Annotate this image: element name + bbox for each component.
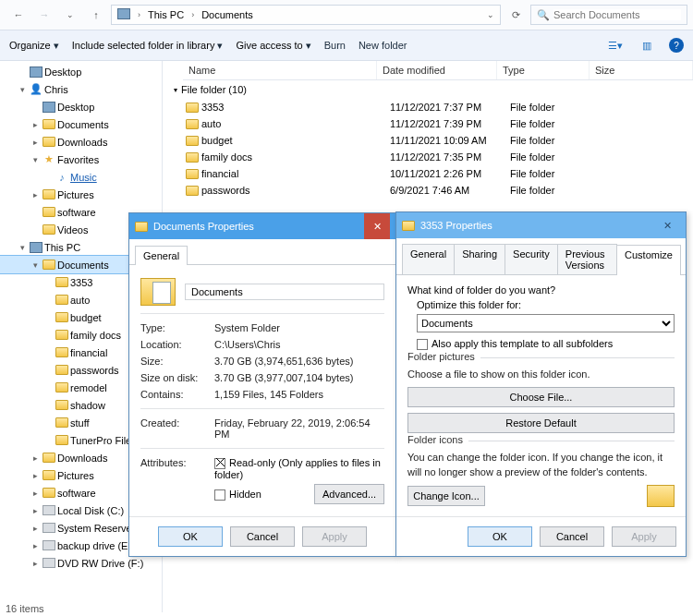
cancel-button[interactable]: Cancel bbox=[230, 526, 295, 547]
file-row[interactable]: auto11/12/2021 7:39 PMFile folder bbox=[183, 115, 693, 132]
item-icon: ♪ bbox=[54, 172, 70, 183]
tab-security[interactable]: Security bbox=[505, 244, 558, 274]
file-row[interactable]: passwords6/9/2021 7:46 AMFile folder bbox=[183, 182, 693, 199]
ok-button[interactable]: OK bbox=[158, 526, 223, 547]
expand-icon[interactable]: ▸ bbox=[30, 471, 41, 480]
history-dropdown-icon[interactable]: ⌄ bbox=[483, 8, 498, 21]
expand-icon[interactable]: ▸ bbox=[30, 524, 41, 533]
view-options-icon[interactable]: ☰▾ bbox=[606, 36, 625, 54]
column-date[interactable]: Date modified bbox=[377, 61, 497, 79]
dialog-title: Documents Properties bbox=[153, 221, 364, 232]
file-row[interactable]: budget11/11/2021 10:09 AMFile folder bbox=[183, 132, 693, 149]
tree-item-label: Videos bbox=[57, 224, 88, 236]
file-name: auto bbox=[201, 118, 390, 129]
breadcrumb-segment[interactable]: Documents bbox=[198, 7, 257, 22]
status-bar: 16 items bbox=[0, 601, 50, 616]
advanced-button[interactable]: Advanced... bbox=[314, 484, 384, 504]
file-name: family docs bbox=[201, 151, 390, 163]
up-button[interactable]: ↑ bbox=[85, 3, 107, 27]
expand-icon[interactable]: ▸ bbox=[30, 559, 41, 568]
file-row[interactable]: financial10/11/2021 2:26 PMFile folder bbox=[183, 165, 693, 182]
item-icon bbox=[41, 119, 57, 129]
give-access-menu[interactable]: Give access to ▾ bbox=[236, 40, 310, 52]
tree-item-label: auto bbox=[70, 295, 90, 306]
expand-icon[interactable]: ▸ bbox=[30, 453, 41, 463]
column-size[interactable]: Size bbox=[590, 61, 693, 79]
expand-icon[interactable]: ▸ bbox=[30, 541, 41, 550]
expand-icon[interactable]: ▸ bbox=[30, 190, 41, 199]
tab-sharing[interactable]: Sharing bbox=[454, 244, 505, 274]
organize-menu[interactable]: Organize ▾ bbox=[9, 40, 59, 52]
refresh-button[interactable]: ⟳ bbox=[505, 3, 527, 27]
forward-button[interactable]: → bbox=[33, 3, 55, 27]
burn-button[interactable]: Burn bbox=[324, 40, 346, 51]
change-icon-button[interactable]: Change Icon... bbox=[407, 486, 485, 506]
file-name: budget bbox=[201, 135, 390, 146]
tab-customize[interactable]: Customize bbox=[616, 245, 681, 275]
file-type: File folder bbox=[510, 168, 602, 179]
tree-item[interactable]: Desktop bbox=[0, 98, 162, 115]
search-input[interactable] bbox=[553, 9, 681, 20]
folder-name-field[interactable]: Documents bbox=[185, 284, 384, 300]
expand-icon[interactable]: ▸ bbox=[30, 120, 41, 129]
tree-item[interactable]: ♪Music bbox=[0, 168, 162, 186]
file-row[interactable]: 335311/12/2021 7:37 PMFile folder bbox=[183, 99, 693, 115]
tab-general[interactable]: General bbox=[135, 246, 188, 265]
tree-item-label: TunerPro Files bbox=[70, 435, 137, 446]
apply-button[interactable]: Apply bbox=[612, 526, 676, 547]
restore-default-button[interactable]: Restore Default bbox=[407, 413, 675, 433]
close-button[interactable]: ✕ bbox=[654, 212, 680, 238]
group-header[interactable]: ▾File folder (10) bbox=[168, 80, 693, 99]
file-row[interactable]: family docs11/12/2021 7:35 PMFile folder bbox=[183, 149, 693, 165]
tree-item[interactable]: ▸Documents bbox=[0, 115, 162, 133]
dialog-titlebar[interactable]: 3353 Properties ✕ bbox=[396, 212, 686, 238]
created-label: Created: bbox=[140, 417, 214, 440]
tree-item[interactable]: ▸Downloads bbox=[0, 133, 162, 151]
column-name[interactable]: Name bbox=[183, 61, 377, 79]
item-icon bbox=[41, 224, 57, 235]
dialog-titlebar[interactable]: Documents Properties ✕ bbox=[129, 213, 395, 239]
column-headers[interactable]: Name Date modified Type Size bbox=[183, 61, 693, 80]
column-type[interactable]: Type bbox=[497, 61, 590, 79]
tree-item[interactable]: ▾★Favorites bbox=[0, 151, 162, 168]
tree-item-label: remodel bbox=[70, 382, 107, 393]
readonly-checkbox[interactable]: Read-only (Only applies to files in fold… bbox=[214, 457, 384, 480]
preview-pane-icon[interactable]: ▥ bbox=[638, 36, 656, 54]
breadcrumb[interactable]: › This PC › Documents ⌄ bbox=[111, 5, 501, 25]
file-type: File folder bbox=[510, 118, 602, 129]
item-icon bbox=[54, 277, 70, 287]
expand-icon[interactable]: ▸ bbox=[30, 138, 41, 147]
file-type: File folder bbox=[510, 102, 602, 113]
tree-item[interactable]: ▾👤Chris bbox=[0, 80, 162, 98]
hidden-checkbox[interactable]: Hidden bbox=[214, 489, 261, 501]
size-value: 3.70 GB (3,974,651,636 bytes) bbox=[214, 356, 384, 367]
expand-icon[interactable]: ▾ bbox=[30, 155, 41, 164]
ok-button[interactable]: OK bbox=[468, 526, 532, 547]
expand-icon[interactable]: ▸ bbox=[30, 506, 41, 515]
help-icon[interactable]: ? bbox=[669, 38, 684, 53]
choose-file-button[interactable]: Choose File... bbox=[407, 387, 675, 407]
expand-icon[interactable]: ▾ bbox=[17, 85, 28, 94]
recent-locations-dropdown[interactable]: ⌄ bbox=[59, 3, 81, 27]
item-icon bbox=[41, 207, 57, 217]
command-toolbar: Organize ▾ Include selected folder in li… bbox=[0, 30, 693, 61]
optimize-label: Optimize this folder for: bbox=[417, 299, 675, 310]
size-on-disk-label: Size on disk: bbox=[140, 372, 214, 383]
close-button[interactable]: ✕ bbox=[364, 213, 390, 239]
expand-icon[interactable]: ▾ bbox=[30, 260, 41, 270]
optimize-select[interactable]: Documents bbox=[417, 314, 675, 332]
tab-previous-versions[interactable]: Previous Versions bbox=[557, 244, 617, 274]
new-folder-button[interactable]: New folder bbox=[359, 40, 407, 51]
cancel-button[interactable]: Cancel bbox=[540, 526, 604, 547]
tab-general[interactable]: General bbox=[402, 244, 455, 274]
tree-item[interactable]: ▸Pictures bbox=[0, 186, 162, 203]
apply-template-checkbox[interactable]: Also apply this template to all subfolde… bbox=[417, 338, 675, 350]
search-box[interactable]: 🔍 bbox=[530, 5, 687, 25]
breadcrumb-segment[interactable]: This PC bbox=[144, 7, 188, 22]
back-button[interactable]: ← bbox=[7, 3, 30, 27]
tree-item[interactable]: Desktop bbox=[0, 63, 162, 80]
include-in-library-menu[interactable]: Include selected folder in library ▾ bbox=[72, 40, 224, 52]
apply-button[interactable]: Apply bbox=[302, 526, 367, 547]
expand-icon[interactable]: ▸ bbox=[30, 489, 41, 498]
expand-icon[interactable]: ▾ bbox=[17, 243, 28, 252]
